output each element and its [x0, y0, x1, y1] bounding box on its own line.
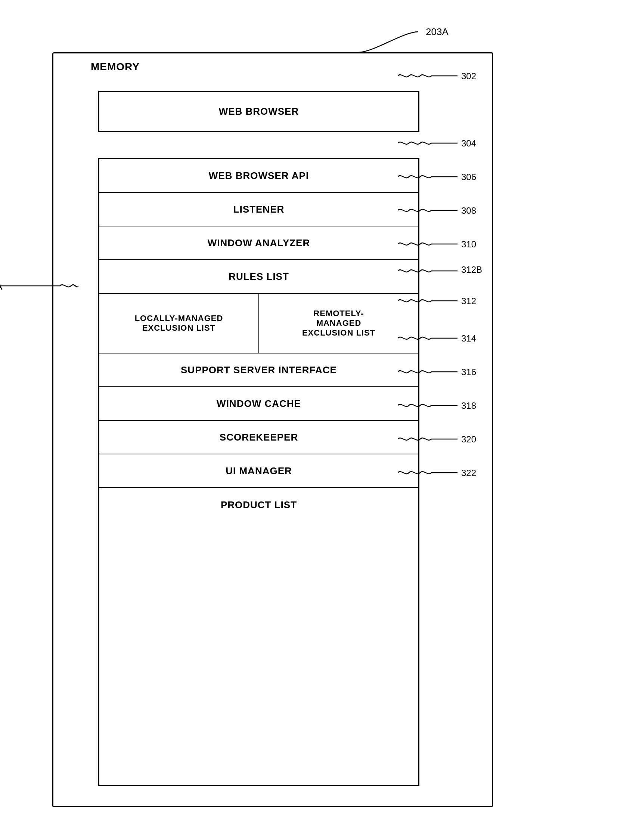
window-analyzer-row: WINDOW ANALYZER: [99, 226, 418, 260]
remotely-managed-exclusion-list: REMOTELY- MANAGED EXCLUSION LIST: [259, 294, 418, 353]
ref-314: 314: [461, 333, 476, 344]
window-analyzer-label: WINDOW ANALYZER: [208, 237, 310, 249]
ref-322: 322: [461, 468, 476, 478]
product-list-label: PRODUCT LIST: [221, 499, 297, 511]
locally-managed-label: LOCALLY-MANAGED EXCLUSION LIST: [135, 314, 223, 333]
product-list-row: PRODUCT LIST: [99, 488, 418, 522]
rules-list-label: RULES LIST: [229, 271, 289, 282]
support-server-interface-row: SUPPORT SERVER INTERFACE: [99, 354, 418, 387]
web-browser-api-row: WEB BROWSER API: [99, 159, 418, 193]
scorekeeper-row: SCOREKEEPER: [99, 421, 418, 454]
ref-310: 310: [461, 239, 476, 250]
wavy-306-svg: [398, 167, 465, 186]
wavy-312-svg: [398, 292, 465, 310]
diagram-container: 203A MEMORY WEB BROWSER WEB BROWSER API …: [30, 22, 612, 822]
remotely-managed-label: REMOTELY- MANAGED EXCLUSION LIST: [302, 309, 375, 338]
wavy-308-svg: [398, 201, 465, 220]
wavy-304-svg: [398, 134, 465, 153]
locally-managed-exclusion-list: LOCALLY-MANAGED EXCLUSION LIST: [99, 294, 259, 353]
web-browser-api-label: WEB BROWSER API: [209, 170, 309, 182]
ref-302: 302: [461, 71, 476, 81]
scorekeeper-label: SCOREKEEPER: [219, 432, 298, 443]
ref-306: 306: [461, 172, 476, 182]
inner-group-box: WEB BROWSER API LISTENER WINDOW ANALYZER…: [98, 158, 420, 786]
wavy-318-svg: [398, 396, 465, 415]
arrow-312a-svg: [0, 277, 78, 295]
rules-list-row: RULES LIST: [99, 260, 418, 294]
listener-label: LISTENER: [234, 204, 285, 215]
ref-316: 316: [461, 367, 476, 378]
wavy-322-svg: [398, 463, 465, 482]
ui-manager-row: UI MANAGER: [99, 454, 418, 488]
wavy-316-svg: [398, 362, 465, 381]
wavy-312b-svg: [398, 261, 465, 280]
window-cache-label: WINDOW CACHE: [216, 398, 301, 410]
ref-318: 318: [461, 400, 476, 411]
window-cache-row: WINDOW CACHE: [99, 387, 418, 421]
wavy-320-svg: [398, 430, 465, 448]
web-browser-label: WEB BROWSER: [219, 106, 299, 117]
ref-308: 308: [461, 206, 476, 216]
ref-312a: 312A: [0, 281, 2, 292]
wavy-302-svg: [398, 67, 465, 85]
wavy-310-svg: [398, 235, 465, 253]
memory-label: MEMORY: [91, 61, 140, 73]
web-browser-box: WEB BROWSER: [98, 91, 420, 132]
ref-320: 320: [461, 434, 476, 445]
support-server-interface-label: SUPPORT SERVER INTERFACE: [181, 364, 337, 376]
ref-312: 312: [461, 296, 476, 306]
wavy-314-svg: [398, 329, 465, 347]
ui-manager-label: UI MANAGER: [226, 465, 292, 477]
exclusion-list-row: LOCALLY-MANAGED EXCLUSION LIST REMOTELY-…: [99, 294, 418, 354]
listener-row: LISTENER: [99, 193, 418, 226]
ref-304: 304: [461, 138, 476, 149]
